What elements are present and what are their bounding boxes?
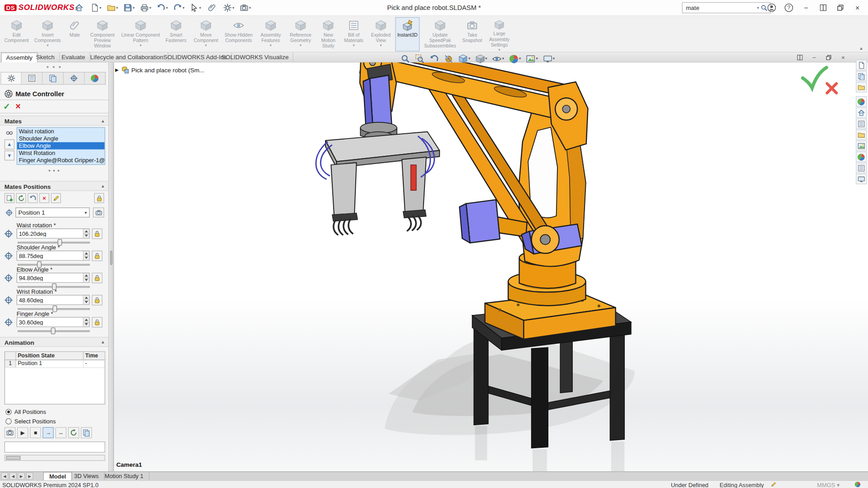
mates-group-header[interactable]: Mates ▴ (0, 116, 108, 126)
list-item-elbow-angle[interactable]: Elbow Angle (17, 142, 104, 150)
mate-quick-button[interactable] (205, 2, 219, 14)
list-item-shoulder-angle[interactable]: Shoulder Angle (17, 135, 104, 142)
reciprocate-button[interactable]: ↔ (55, 427, 66, 438)
lock-button[interactable] (92, 251, 102, 261)
list-item-wrist-rotation[interactable]: Wrist Rotation (17, 150, 104, 157)
all-positions-radio[interactable]: All Positions (5, 408, 46, 415)
confirm-check-mark[interactable] (803, 67, 827, 88)
restore-button[interactable] (834, 2, 846, 14)
task-pane-resources-tab[interactable] (856, 60, 867, 70)
ribbon-reference-geometry[interactable]: Reference Geometry▾ (286, 17, 316, 52)
doc-minimize-button[interactable]: − (809, 53, 819, 61)
tab-lifecycle-collaboration[interactable]: Lifecycle and Collaboration (86, 52, 169, 62)
lock-button[interactable] (92, 295, 102, 305)
panel-splitter[interactable] (109, 62, 114, 471)
hide-show-items-button[interactable]: ▾ (491, 53, 505, 64)
collapse-ribbon-icon[interactable]: ▴ (860, 45, 863, 51)
capture-position-button[interactable] (93, 207, 104, 217)
animation-table[interactable]: Position State Time 1 Position 1 - (5, 352, 105, 405)
group-resize-handle[interactable]: ● ● ● (0, 168, 108, 172)
cancel-x-mark[interactable] (827, 84, 836, 93)
list-item-waist-rotation[interactable]: Waist rotation (17, 128, 104, 135)
apply-scene-button[interactable]: ▾ (525, 53, 539, 64)
playback-mode-button[interactable]: → (42, 427, 53, 438)
spinner[interactable] (83, 318, 89, 327)
task-pane-world-tab[interactable] (856, 96, 867, 107)
scroll-first-button[interactable]: ◀ (1, 473, 8, 480)
finger-angle-input[interactable] (17, 318, 83, 327)
options-button[interactable]: ▾ (222, 2, 236, 14)
task-pane-design-library-tab[interactable] (856, 71, 867, 81)
print-button[interactable]: ▾ (138, 2, 153, 14)
position-dropdown[interactable]: Position 1 ▾ (15, 207, 90, 217)
units-selector[interactable]: MMGS ▾ (817, 481, 840, 488)
rename-position-button[interactable] (51, 193, 61, 203)
view-settings-button[interactable]: ▾ (542, 53, 556, 64)
spinner[interactable] (83, 273, 89, 282)
task-pane-library-tab[interactable] (856, 118, 867, 129)
redo-button[interactable]: ▾ (172, 2, 186, 14)
search-input[interactable] (685, 4, 755, 12)
lock-all-button[interactable] (94, 193, 104, 203)
table-row[interactable]: 1 Position 1 - (5, 360, 104, 368)
account-button[interactable] (765, 2, 778, 14)
doc-panes-button[interactable] (795, 53, 805, 61)
ribbon-smart-fasteners[interactable]: Smart Fasteners (162, 17, 191, 52)
move-mate-up-button[interactable]: ▲ (5, 140, 14, 150)
mates-positions-group-header[interactable]: Mates Positions ▴ (0, 181, 108, 191)
tag-globe-icon[interactable] (855, 481, 861, 488)
ok-button[interactable]: ✓ (3, 102, 10, 112)
display-style-button[interactable]: ▾ (474, 53, 488, 64)
ribbon-exploded-view[interactable]: Exploded View▾ (368, 17, 394, 52)
spinner[interactable] (83, 251, 89, 260)
close-button[interactable]: × (851, 2, 863, 14)
select-positions-radio[interactable]: Select Positions (5, 417, 56, 425)
cancel-button[interactable]: × (15, 102, 20, 112)
spinner[interactable] (83, 296, 89, 305)
spinner[interactable] (83, 229, 89, 238)
panes-button[interactable] (817, 2, 829, 14)
zoom-area-button[interactable] (414, 53, 426, 64)
new-document-button[interactable]: ▾ (89, 2, 103, 14)
previous-view-button[interactable] (429, 53, 440, 64)
task-pane-file-explorer-tab[interactable] (856, 82, 867, 92)
view-orientation-button[interactable]: ▾ (457, 53, 471, 64)
task-pane-view-palette-tab[interactable] (856, 141, 867, 151)
solidworks-logo[interactable]: DSSOLIDWORKS▶ (5, 3, 80, 12)
loop-button[interactable] (68, 427, 79, 438)
reset-position-button[interactable] (28, 193, 38, 203)
ribbon-edit-component[interactable]: Edit Component (3, 17, 30, 52)
panel-grip[interactable]: ● ● ● (0, 64, 108, 69)
select-button[interactable]: ▾ (188, 2, 203, 14)
ribbon-update-speedpak[interactable]: Update SpeedPak Subassemblies (421, 17, 460, 52)
ribbon-show-hidden-components[interactable]: Show Hidden Components (222, 17, 256, 52)
ribbon-component-preview-window[interactable]: Component Preview Window (85, 17, 120, 52)
tab-display-manager[interactable] (64, 72, 85, 84)
tab-motion-study-1[interactable]: Motion Study 1 (99, 472, 149, 481)
wrist-rotation-input[interactable] (17, 296, 83, 305)
scroll-last-button[interactable]: ▶ (26, 473, 33, 480)
add-position-button[interactable] (5, 193, 14, 203)
list-item-finger-angle[interactable]: Finger Angle@Robot Gripper-1@Pic (17, 157, 104, 164)
tab-dimxpert-manager[interactable] (42, 72, 64, 84)
snapshot-button[interactable]: ▾ (238, 2, 253, 14)
lock-button[interactable] (92, 273, 102, 283)
tab-sketch[interactable]: Sketch (32, 52, 60, 62)
edit-appearance-button[interactable]: ▾ (508, 53, 522, 64)
timeline-scrollbar[interactable] (5, 455, 105, 461)
elbow-angle-input[interactable] (17, 273, 83, 282)
tab-solidworks-visualize[interactable]: SOLIDWORKS Visualize (217, 52, 294, 62)
home-button[interactable] (72, 2, 86, 14)
stop-button[interactable]: ■ (30, 427, 41, 438)
robot-3d-scene[interactable] (114, 62, 868, 471)
mates-list[interactable]: Waist rotation Shoulder Angle Elbow Angl… (17, 127, 105, 165)
tab-configuration-manager[interactable] (22, 72, 43, 84)
task-pane-custom-properties-tab[interactable] (856, 163, 867, 173)
export-animation-button[interactable] (81, 427, 92, 438)
ribbon-insert-components[interactable]: Insert Components▾ (31, 17, 64, 52)
minimize-button[interactable]: − (800, 2, 812, 14)
radio-icon[interactable] (5, 418, 11, 424)
task-pane-appearances-tab[interactable] (856, 152, 867, 162)
ribbon-mate[interactable]: Mate (65, 17, 84, 52)
zoom-fit-button[interactable] (400, 53, 411, 64)
